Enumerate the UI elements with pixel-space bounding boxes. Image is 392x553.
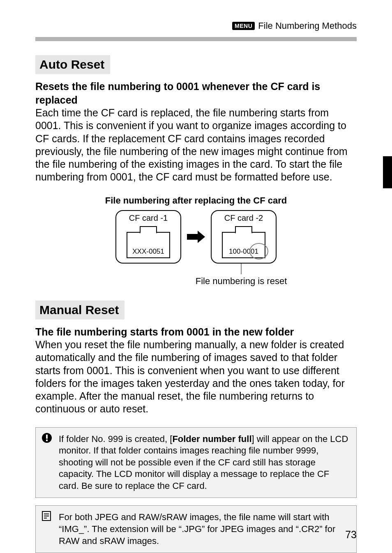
warning-text: If folder No. 999 is created, [Folder nu…	[59, 434, 348, 491]
page-number: 73	[345, 529, 357, 541]
page: MENU File Numbering Methods Auto Reset R…	[0, 0, 392, 553]
info-note: For both JPEG and RAW/sRAW images, the f…	[35, 505, 357, 553]
info-text: For both JPEG and RAW/sRAW images, the f…	[59, 512, 335, 546]
folder-2: 100-0001	[217, 224, 270, 259]
manual-reset-lead: The file numbering starts from 0001 in t…	[35, 325, 357, 339]
side-tab	[383, 156, 392, 188]
arrow-icon	[187, 228, 205, 246]
header-title: File Numbering Methods	[258, 21, 357, 31]
section-manual-reset: Manual Reset The file numbering starts f…	[35, 301, 357, 416]
diagram-caption: File numbering is reset	[126, 276, 357, 287]
warning-text-bold: Folder number full	[172, 434, 251, 444]
folder-1-text: XXX-0051	[132, 248, 164, 256]
auto-reset-lead: Resets the file numbering to 0001 whenev…	[35, 80, 357, 106]
manual-reset-body: When you reset the file numbering manual…	[35, 338, 357, 416]
section-title-auto-reset: Auto Reset	[35, 55, 110, 74]
diagram-block: File numbering after replacing the CF ca…	[35, 195, 357, 287]
menu-badge: MENU	[232, 22, 255, 30]
diagram-title: File numbering after replacing the CF ca…	[35, 195, 357, 206]
diagram-pointer: File numbering is reset	[126, 263, 357, 287]
cf-card-2-label: CF card -2	[224, 213, 263, 223]
diagram: CF card -1 XXX-0051 CF card -2 100-0001	[35, 210, 357, 264]
warning-note: If folder No. 999 is created, [Folder nu…	[35, 427, 357, 498]
folder-1: XXX-0051	[122, 224, 175, 259]
svg-rect-3	[46, 440, 48, 441]
section-auto-reset: Auto Reset Resets the file numbering to …	[35, 55, 357, 184]
warning-icon	[42, 433, 52, 443]
svg-rect-2	[46, 435, 48, 439]
cf-card-2: CF card -2 100-0001	[211, 210, 277, 264]
section-title-manual-reset: Manual Reset	[35, 301, 125, 319]
auto-reset-body: Each time the CF card is replaced, the f…	[35, 106, 357, 184]
header-rule	[35, 37, 357, 41]
cf-card-1: CF card -1 XXX-0051	[115, 210, 181, 264]
note-icon	[42, 511, 51, 521]
cf-card-1-label: CF card -1	[129, 213, 168, 223]
warning-text-pre: If folder No. 999 is created, [	[59, 434, 172, 444]
svg-marker-0	[187, 231, 205, 243]
running-header: MENU File Numbering Methods	[35, 21, 357, 31]
folder-2-text: 100-0001	[229, 248, 258, 256]
